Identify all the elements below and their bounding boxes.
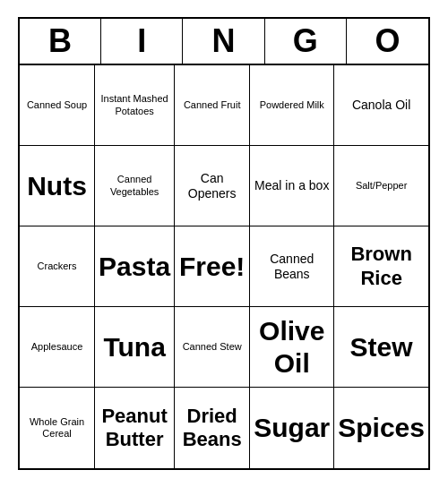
bingo-cell-4: Canola Oil — [334, 65, 428, 146]
header-letter-n: N — [183, 19, 264, 64]
bingo-cell-7: Can Openers — [175, 146, 250, 226]
bingo-cell-17: Canned Stew — [175, 307, 250, 388]
header-letter-g: G — [265, 19, 347, 64]
bingo-cell-14: Brown Rice — [334, 226, 428, 307]
bingo-cell-6: Canned Vegetables — [95, 146, 175, 226]
bingo-cell-22: Dried Beans — [175, 388, 250, 468]
header-letter-b: B — [20, 19, 101, 64]
bingo-header: BINGO — [20, 19, 428, 65]
bingo-cell-2: Canned Fruit — [175, 65, 250, 146]
bingo-cell-13: Canned Beans — [250, 226, 334, 307]
bingo-cell-20: Whole Grain Cereal — [20, 388, 95, 468]
bingo-cell-5: Nuts — [20, 146, 95, 226]
bingo-cell-15: Applesauce — [20, 307, 95, 388]
bingo-cell-8: Meal in a box — [250, 146, 334, 226]
bingo-cell-3: Powdered Milk — [250, 65, 334, 146]
bingo-cell-18: Olive Oil — [250, 307, 334, 388]
bingo-cell-10: Crackers — [20, 226, 95, 307]
header-letter-i: I — [101, 19, 183, 64]
bingo-cell-21: Peanut Butter — [95, 388, 175, 468]
bingo-cell-16: Tuna — [95, 307, 175, 388]
bingo-cell-0: Canned Soup — [20, 65, 95, 146]
bingo-grid: Canned SoupInstant Mashed PotatoesCanned… — [20, 65, 428, 468]
bingo-card: BINGO Canned SoupInstant Mashed Potatoes… — [18, 17, 430, 470]
header-letter-o: O — [347, 19, 428, 64]
bingo-cell-19: Stew — [334, 307, 428, 388]
bingo-cell-12: Free! — [175, 226, 250, 307]
bingo-cell-1: Instant Mashed Potatoes — [95, 65, 175, 146]
bingo-cell-24: Spices — [334, 388, 428, 468]
bingo-cell-11: Pasta — [95, 226, 175, 307]
bingo-cell-9: Salt/Pepper — [334, 146, 428, 226]
bingo-cell-23: Sugar — [250, 388, 334, 468]
